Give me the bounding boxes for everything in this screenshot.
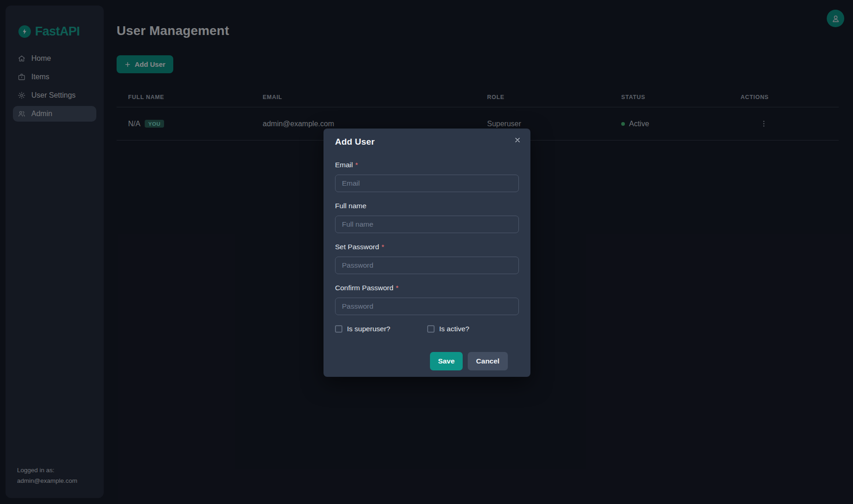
modal-header: Add User <box>324 129 530 147</box>
close-icon <box>514 137 521 143</box>
modal-title: Add User <box>335 137 519 147</box>
set-password-label: Set Password* <box>335 243 519 251</box>
full-name-field[interactable] <box>335 216 519 233</box>
full-name-field-group: Full name <box>335 202 519 233</box>
set-password-field[interactable] <box>335 257 519 274</box>
modal-body: Email* Full name Set Password* Confirm P… <box>324 147 530 377</box>
email-field[interactable] <box>335 175 519 192</box>
set-password-field-group: Set Password* <box>335 243 519 274</box>
is-superuser-label: Is superuser? <box>347 325 390 333</box>
confirm-password-field-group: Confirm Password* <box>335 284 519 315</box>
required-marker: * <box>396 284 399 292</box>
modal-close-button[interactable] <box>511 133 524 147</box>
email-label: Email* <box>335 161 519 169</box>
checkbox-icon <box>335 325 342 333</box>
checkbox-icon <box>427 325 435 333</box>
add-user-modal: Add User Email* Full name Set Password* … <box>324 129 530 377</box>
full-name-label: Full name <box>335 202 519 210</box>
required-marker: * <box>355 161 358 169</box>
confirm-password-label: Confirm Password* <box>335 284 519 292</box>
checkbox-row: Is superuser? Is active? <box>335 325 519 333</box>
is-superuser-checkbox[interactable]: Is superuser? <box>335 325 427 333</box>
save-button[interactable]: Save <box>430 352 463 370</box>
is-active-checkbox[interactable]: Is active? <box>427 325 469 333</box>
email-field-group: Email* <box>335 161 519 192</box>
required-marker: * <box>382 243 384 251</box>
modal-footer: Save Cancel <box>335 352 519 377</box>
is-active-label: Is active? <box>439 325 469 333</box>
cancel-button[interactable]: Cancel <box>468 352 508 370</box>
confirm-password-field[interactable] <box>335 298 519 315</box>
